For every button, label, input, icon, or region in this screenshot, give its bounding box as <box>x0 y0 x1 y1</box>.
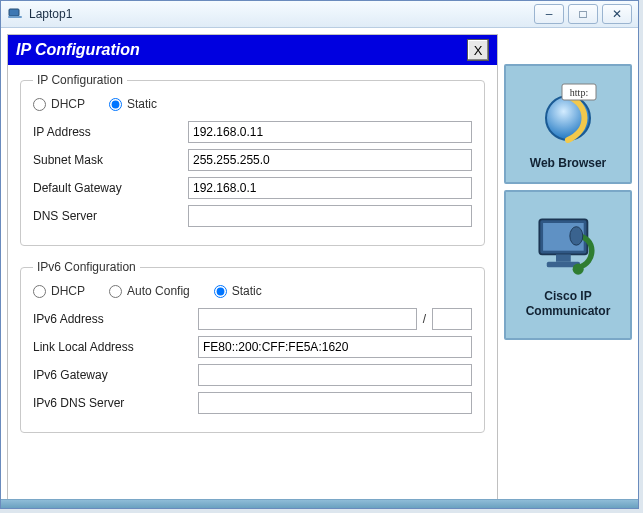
subnet-mask-label: Subnet Mask <box>33 153 188 167</box>
web-browser-icon: http: <box>532 78 604 150</box>
panel-close-button[interactable]: X <box>467 39 489 61</box>
ipv6-prefix-input[interactable] <box>432 308 472 330</box>
svg-point-10 <box>570 227 583 245</box>
laptop-icon <box>7 6 23 22</box>
ipv6-prefix-separator: / <box>417 312 432 326</box>
config-panel: IP Configuration X IP Configuration DHCP… <box>7 34 498 502</box>
content-area: IP Configuration X IP Configuration DHCP… <box>1 28 638 508</box>
ipv6-dhcp-radio[interactable] <box>33 285 46 298</box>
panel-header: IP Configuration X <box>8 35 497 65</box>
desktop-icons-column: http: Web Browser <box>504 64 632 502</box>
form-pane: IP Configuration DHCP Static IP Address <box>8 65 497 461</box>
ipv4-dhcp-radio[interactable] <box>33 98 46 111</box>
maximize-button[interactable]: □ <box>568 4 598 24</box>
link-local-label: Link Local Address <box>33 340 198 354</box>
ipv6-legend: IPv6 Configuration <box>33 260 140 274</box>
bottom-accent-bar <box>1 499 638 508</box>
ipv4-static-radio[interactable] <box>109 98 122 111</box>
ipv6-dhcp-option[interactable]: DHCP <box>33 284 85 298</box>
link-local-input[interactable] <box>198 336 472 358</box>
ipv6-gateway-label: IPv6 Gateway <box>33 368 198 382</box>
ipv6-dns-input[interactable] <box>198 392 472 414</box>
window-title: Laptop1 <box>29 7 530 21</box>
cisco-communicator-icon <box>532 211 604 283</box>
ipv4-static-option[interactable]: Static <box>109 97 157 111</box>
svg-rect-0 <box>9 9 19 16</box>
ipv6-address-input[interactable] <box>198 308 417 330</box>
subnet-mask-input[interactable] <box>188 149 472 171</box>
dns-server-input[interactable] <box>188 205 472 227</box>
ipv6-autoconfig-radio[interactable] <box>109 285 122 298</box>
ipv4-group: IP Configuration DHCP Static IP Address <box>20 73 485 246</box>
svg-text:http:: http: <box>570 87 588 98</box>
default-gateway-label: Default Gateway <box>33 181 188 195</box>
ipv6-address-label: IPv6 Address <box>33 312 198 326</box>
ip-address-label: IP Address <box>33 125 188 139</box>
app-window: Laptop1 – □ ✕ IP Configuration X IP Conf… <box>0 0 639 509</box>
ipv6-static-radio[interactable] <box>214 285 227 298</box>
ipv6-group: IPv6 Configuration DHCP Auto Config S <box>20 260 485 433</box>
dns-server-label: DNS Server <box>33 209 188 223</box>
ipv4-dhcp-option[interactable]: DHCP <box>33 97 85 111</box>
ipv6-gateway-input[interactable] <box>198 364 472 386</box>
titlebar: Laptop1 – □ ✕ <box>1 1 638 28</box>
ipv6-static-option[interactable]: Static <box>214 284 262 298</box>
ipv4-mode-row: DHCP Static <box>33 97 472 111</box>
panel-title: IP Configuration <box>16 41 467 59</box>
svg-rect-7 <box>556 254 571 261</box>
minimize-button[interactable]: – <box>534 4 564 24</box>
svg-point-9 <box>573 264 584 275</box>
web-browser-launcher[interactable]: http: Web Browser <box>504 64 632 184</box>
svg-rect-1 <box>8 16 22 18</box>
default-gateway-input[interactable] <box>188 177 472 199</box>
web-browser-caption: Web Browser <box>530 156 606 171</box>
ipv4-legend: IP Configuration <box>33 73 127 87</box>
window-close-button[interactable]: ✕ <box>602 4 632 24</box>
cisco-communicator-caption: Cisco IP Communicator <box>508 289 628 319</box>
ip-address-input[interactable] <box>188 121 472 143</box>
cisco-communicator-launcher[interactable]: Cisco IP Communicator <box>504 190 632 340</box>
ipv6-mode-row: DHCP Auto Config Static <box>33 284 472 298</box>
ipv6-dns-label: IPv6 DNS Server <box>33 396 198 410</box>
ipv6-autoconfig-option[interactable]: Auto Config <box>109 284 190 298</box>
